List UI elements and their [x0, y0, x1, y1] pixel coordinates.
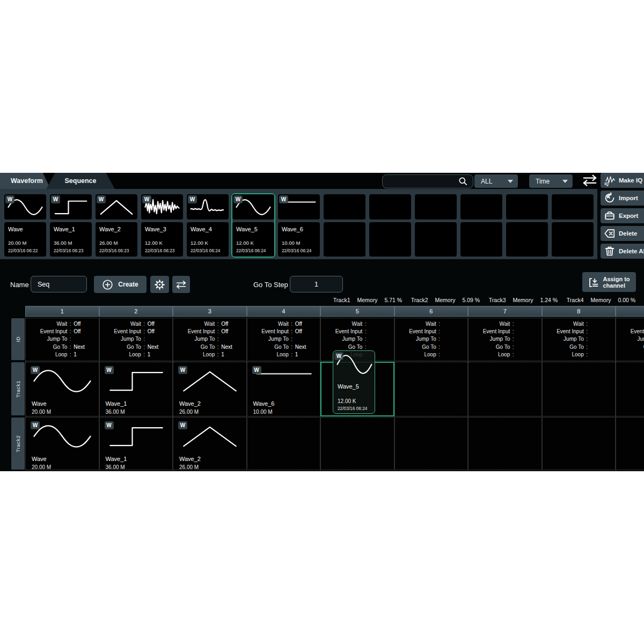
step-column-header-7[interactable]: 7: [468, 306, 542, 317]
swap-button[interactable]: [172, 276, 190, 293]
action-delete-all-button[interactable]: Delete All: [601, 244, 644, 259]
drag-card-name: Wave_5: [338, 383, 359, 390]
track-cell-step-5[interactable]: [320, 417, 394, 470]
waveform-tile-wave_3[interactable]: WWave_312.00 K22/03/16 06:23: [141, 194, 183, 257]
search-input[interactable]: [382, 174, 473, 188]
create-button[interactable]: Create: [94, 276, 147, 293]
waveform-badge: W: [97, 195, 106, 203]
tab-sequence[interactable]: Sequence: [46, 173, 115, 189]
dragged-waveform-card[interactable]: W Wave_5 12.00 K 22/03/16 06:24: [333, 350, 375, 414]
waveform-tile-wave[interactable]: WWave20.00 M22/03/16 06:22: [4, 194, 46, 257]
awg-sequence-editor-window: Waveform Sequence ALL Time IQMake IQImpo…: [0, 173, 644, 471]
id-field-jump-to: Jump To:: [616, 336, 644, 343]
id-field-loop: Loop:1: [247, 352, 320, 359]
track-cell-step-7[interactable]: [468, 417, 542, 470]
empty-thumbnail: [552, 194, 594, 219]
waveform-tile-wave_4[interactable]: WWave_412.00 K22/03/16 06:24: [187, 194, 229, 257]
track-cell-step-3[interactable]: WWave_226.00 M: [173, 362, 247, 416]
empty-thumbnail: [415, 194, 457, 219]
memory-track3: Track3Memory1.24 %: [483, 297, 564, 303]
filter-type-dropdown[interactable]: ALL: [474, 174, 518, 188]
empty-info: [552, 222, 594, 257]
waveform-size: 36.00 M: [54, 240, 72, 246]
id-cell-step-partial[interactable]: Wait:Event Input:Jump To:Go To:Loop:: [616, 318, 644, 361]
track-cell-step-partial[interactable]: [616, 362, 644, 416]
track-cell-step-2[interactable]: WWave_136.00 M: [99, 362, 173, 416]
goto-step-input[interactable]: [290, 276, 343, 292]
id-field-event-input: Event Input:: [321, 328, 394, 336]
track-cell-step-8[interactable]: [542, 362, 616, 416]
step-column-header-3[interactable]: 3: [173, 306, 247, 317]
step-column-header-1[interactable]: 1: [25, 306, 99, 317]
track-cell-step-1[interactable]: WWave20.00 M: [25, 417, 99, 470]
waveform-tile-wave_5[interactable]: WWave_512.00 K22/03/16 06:24: [232, 194, 274, 257]
waveform-tile-wave_2[interactable]: WWave_226.00 M22/03/16 06:23: [96, 194, 137, 257]
step-column-header-6[interactable]: 6: [394, 306, 469, 317]
sequence-name-input[interactable]: [31, 276, 87, 292]
waveform-badge: W: [188, 195, 197, 203]
cell-waveform-size: 20.00 M: [32, 409, 51, 415]
id-cell-step-8[interactable]: Wait:Event Input:Jump To:Go To:Loop:: [542, 318, 616, 361]
track-cell-step-3[interactable]: WWave_226.00 M: [173, 417, 247, 470]
waveform-badge: W: [105, 366, 114, 374]
id-field-loop: Loop:: [469, 352, 541, 359]
track-cell-step-8[interactable]: [542, 417, 616, 470]
track-cell-step-1[interactable]: WWave20.00 M: [25, 362, 99, 416]
assign-to-channel-button[interactable]: Assign to channel: [582, 272, 636, 292]
step-column-header-5[interactable]: 5: [320, 306, 394, 317]
waveform-info: Wave_412.00 K22/03/16 06:24: [187, 222, 229, 257]
waveform-name: Wave: [8, 226, 46, 232]
id-cell-step-6[interactable]: Wait:Event Input:Jump To:Go To:Loop:: [394, 318, 469, 361]
action-import-button[interactable]: Import: [601, 191, 644, 206]
waveform-name: Wave_2: [99, 226, 137, 232]
waveform-timestamp: 22/03/16 06:23: [145, 248, 174, 253]
step-column-header-2[interactable]: 2: [99, 306, 173, 317]
empty-info: [415, 222, 457, 257]
id-cell-step-3[interactable]: Wait:OffEvent Input:OffJump To:Go To:Nex…: [173, 318, 247, 361]
track-cell-step-6[interactable]: [394, 417, 469, 470]
step-number: 3: [208, 308, 211, 314]
action-make-iq-button[interactable]: IQMake IQ: [601, 173, 644, 188]
track-cell-step-partial[interactable]: [616, 417, 644, 470]
id-field-loop: Loop:1: [173, 352, 246, 359]
memory-track1: Track1Memory5.71 %: [327, 297, 408, 303]
waveform-tile-wave_6[interactable]: WWave_610.00 M22/03/16 06:24: [278, 194, 320, 257]
cell-waveform-name: Wave_2: [179, 456, 201, 462]
track-cell-step-2[interactable]: WWave_136.00 M: [99, 417, 173, 470]
track-cell-step-4[interactable]: WWave_610.00 M: [247, 362, 321, 416]
empty-waveform-slot: [506, 194, 548, 257]
waveform-tile-wave_1[interactable]: WWave_136.00 M22/03/16 06:23: [50, 194, 92, 257]
id-cell-step-7[interactable]: Wait:Event Input:Jump To:Go To:Loop:: [468, 318, 542, 361]
id-field-loop: Loop:: [616, 352, 644, 359]
tab-bar: Waveform Sequence ALL Time: [0, 173, 644, 189]
track-cell-step-7[interactable]: [468, 362, 542, 416]
id-field-jump-to: Jump To:: [395, 336, 468, 343]
filter-type-value: ALL: [474, 178, 492, 185]
action-delete-button[interactable]: Delete: [601, 226, 644, 241]
id-field-wait: Wait:: [321, 321, 394, 328]
search-icon[interactable]: [458, 176, 469, 187]
id-cell-step-1[interactable]: Wait:OffEvent Input:OffJump To:Go To:Nex…: [25, 318, 99, 361]
step-number: 7: [503, 308, 507, 314]
id-field-event-input: Event Input:Off: [100, 328, 173, 336]
id-field-jump-to: Jump To:: [321, 336, 394, 343]
action-export-button[interactable]: Export: [601, 208, 644, 223]
settings-button[interactable]: [150, 276, 169, 293]
id-cell-step-4[interactable]: Wait:OffEvent Input:OffJump To:Go To:Nex…: [247, 318, 321, 361]
empty-waveform-slot: [552, 194, 594, 257]
swap-arrows-icon[interactable]: [582, 174, 598, 188]
svg-text:IQ: IQ: [605, 182, 609, 186]
waveform-badge: W: [178, 366, 187, 374]
step-column-header-partial[interactable]: [616, 306, 644, 317]
waveform-thumbnail: W: [50, 194, 92, 219]
cell-waveform-size: 26.00 M: [179, 464, 199, 470]
step-column-header-8[interactable]: 8: [542, 306, 616, 317]
track-cell-step-4[interactable]: [247, 417, 321, 470]
step-number: 2: [134, 308, 137, 314]
track-cell-step-6[interactable]: [394, 362, 469, 416]
sort-by-dropdown[interactable]: Time: [529, 174, 573, 188]
step-column-header-4[interactable]: 4: [247, 306, 321, 317]
assign-channel-icon: [588, 277, 599, 288]
tab-waveform[interactable]: Waveform: [0, 173, 50, 189]
id-cell-step-2[interactable]: Wait:OffEvent Input:OffJump To:Go To:Nex…: [99, 318, 173, 361]
